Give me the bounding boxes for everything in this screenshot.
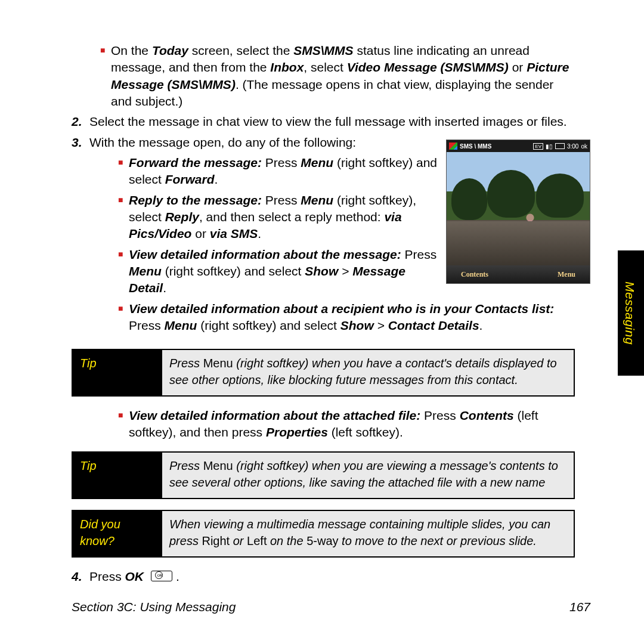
tip-label: Tip bbox=[73, 453, 162, 498]
tip-box: Tip Press Menu (right softkey) when you … bbox=[72, 349, 575, 397]
tip-box: Tip Press Menu (right softkey) when you … bbox=[72, 451, 575, 499]
start-flag-icon bbox=[449, 143, 457, 150]
list-text: View detailed information about the mess… bbox=[129, 246, 445, 297]
page-number: 167 bbox=[569, 600, 590, 614]
left-softkey-label: Contents bbox=[461, 270, 488, 279]
step-number: 2. bbox=[72, 113, 89, 130]
list-text: Reply to the message: Press Menu (right … bbox=[129, 192, 445, 243]
phone-photo bbox=[447, 152, 590, 265]
step-body: Press OK ok . bbox=[89, 568, 572, 585]
intro-bullets: ■ On the Today screen, select the SMS\MM… bbox=[100, 42, 572, 110]
list-text: View detailed information about a recipi… bbox=[129, 301, 572, 335]
bullet-icon: ■ bbox=[100, 42, 111, 58]
tip-body: Press Menu (right softkey) when you have… bbox=[162, 350, 574, 395]
signal-icon: ▮▯ bbox=[546, 143, 553, 150]
bullet-icon: ■ bbox=[118, 301, 129, 316]
step-4: 4. Press OK ok . bbox=[72, 568, 572, 585]
phone-ev-indicator: EV bbox=[533, 143, 543, 150]
dyk-label: Did you know? bbox=[73, 511, 162, 556]
section-tab: Messaging bbox=[618, 250, 644, 376]
list-item: ■ View detailed information about the at… bbox=[118, 407, 572, 441]
step-2: 2. Select the message in chat view to vi… bbox=[72, 113, 572, 130]
step-number: 4. bbox=[72, 568, 89, 585]
phone-app-title: SMS \ MMS bbox=[460, 143, 531, 150]
bullet-icon: ■ bbox=[118, 154, 129, 170]
phone-screenshot: SMS \ MMS EV ▮▯ 3:00 ok Contents Menu bbox=[446, 140, 590, 284]
battery-icon bbox=[555, 143, 565, 149]
did-you-know-box: Did you know? When viewing a multimedia … bbox=[72, 510, 575, 558]
step-number: 3. bbox=[72, 134, 89, 338]
list-item: ■ On the Today screen, select the SMS\MM… bbox=[100, 42, 572, 110]
step-3-sublist-wide: ■ View detailed information about a reci… bbox=[118, 301, 572, 335]
step-body: Select the message in chat view to view … bbox=[89, 113, 572, 130]
manual-page: Messaging SMS \ MMS EV ▮▯ 3:00 ok Conten… bbox=[0, 0, 644, 644]
phone-status-bar: SMS \ MMS EV ▮▯ 3:00 ok bbox=[447, 140, 590, 152]
list-text: View detailed information about the atta… bbox=[129, 407, 572, 441]
phone-time: 3:00 bbox=[567, 143, 578, 150]
step-3-sublist-cont: ■ View detailed information about the at… bbox=[118, 407, 572, 441]
bullet-icon: ■ bbox=[118, 246, 129, 262]
page-content: ■ On the Today screen, select the SMS\MM… bbox=[72, 42, 572, 586]
bullet-icon: ■ bbox=[118, 192, 129, 208]
list-item: ■ View detailed information about a reci… bbox=[118, 301, 572, 335]
page-footer: Section 3C: Using Messaging 167 bbox=[72, 600, 590, 614]
phone-ok-label: ok bbox=[581, 143, 587, 150]
ok-button-icon: ok bbox=[151, 571, 172, 581]
tree-icon bbox=[487, 170, 535, 218]
tree-icon bbox=[451, 178, 487, 220]
road-shape bbox=[447, 221, 590, 265]
dyk-body: When viewing a multimedia message contai… bbox=[162, 511, 574, 556]
tree-icon bbox=[536, 174, 584, 218]
list-text: Forward the message: Press Menu (right s… bbox=[129, 154, 445, 188]
phone-softkey-bar: Contents Menu bbox=[447, 265, 590, 283]
bullet-icon: ■ bbox=[118, 407, 129, 423]
tip-label: Tip bbox=[73, 350, 162, 395]
tip-body: Press Menu (right softkey) when you are … bbox=[162, 453, 574, 498]
right-softkey-label: Menu bbox=[558, 270, 575, 279]
list-text: On the Today screen, select the SMS\MMS … bbox=[111, 42, 572, 110]
footer-section: Section 3C: Using Messaging bbox=[72, 600, 236, 614]
section-tab-label: Messaging bbox=[623, 281, 637, 345]
